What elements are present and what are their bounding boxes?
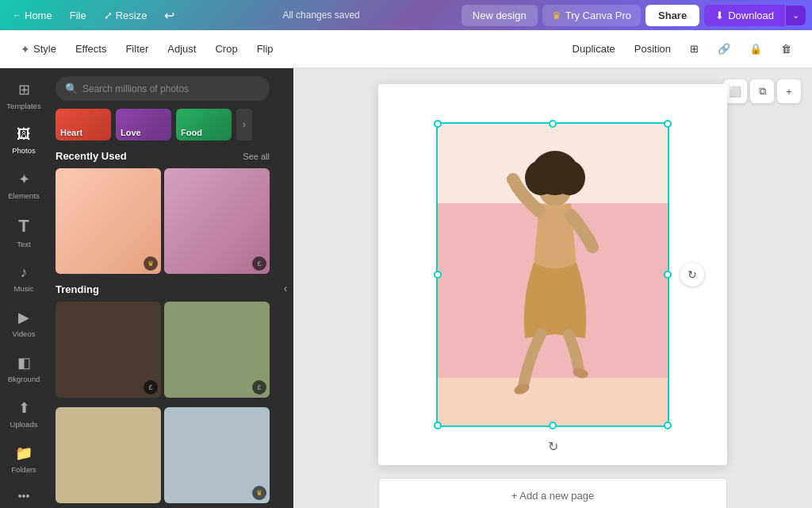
- delete-button[interactable]: 🗑: [773, 38, 799, 60]
- category-chips-row: Heart Love Food ›: [56, 109, 270, 140]
- handle-middle-right[interactable]: [664, 271, 672, 279]
- file-button[interactable]: File: [63, 6, 93, 25]
- recently-used-title: Recently Used: [56, 150, 127, 162]
- trending-grid-1: £ £: [56, 302, 270, 398]
- trend-photo-2[interactable]: £: [164, 302, 270, 398]
- sidebar-item-text[interactable]: T Text: [3, 210, 44, 255]
- trend-photo-1[interactable]: £: [56, 302, 161, 398]
- recent-photo-2[interactable]: £: [164, 168, 270, 274]
- sidebar-item-photos[interactable]: 🖼 Photos: [3, 120, 44, 161]
- download-button[interactable]: ⬇ Download: [704, 5, 785, 26]
- chip-food[interactable]: Food: [176, 109, 232, 140]
- crop-button[interactable]: Crop: [207, 38, 245, 60]
- add-new-page-button[interactable]: + Add a new page: [378, 478, 727, 508]
- hide-panel-button[interactable]: ‹: [278, 68, 293, 508]
- crop-label: Crop: [215, 43, 237, 55]
- download-options-button[interactable]: ⌄: [785, 6, 806, 25]
- search-icon: 🔍: [65, 83, 78, 94]
- crown-badge-1: ♛: [144, 256, 158, 271]
- handle-middle-left[interactable]: [434, 271, 442, 279]
- duplicate-label: Duplicate: [573, 43, 615, 55]
- handle-bottom-center[interactable]: [549, 421, 557, 429]
- download-label: Download: [728, 10, 774, 21]
- templates-icon: ⊞: [18, 81, 30, 98]
- add-icon: +: [786, 86, 792, 98]
- link-button[interactable]: 🔗: [710, 38, 738, 60]
- top-navigation: ← Home File ⤢ Resize ↩ All changes saved…: [0, 0, 812, 30]
- recent-photo-1[interactable]: ♛: [56, 168, 161, 274]
- chip-heart[interactable]: Heart: [56, 109, 111, 140]
- elements-label: Elements: [8, 191, 40, 200]
- handle-top-center[interactable]: [549, 120, 557, 128]
- photos-panel: 🔍 Heart Love Food › Recently Used See al…: [48, 68, 278, 508]
- chevron-down-icon: ⌄: [792, 10, 799, 20]
- uploads-label: Uploads: [10, 420, 38, 429]
- share-button[interactable]: Share: [645, 5, 699, 26]
- effects-label: Effects: [75, 43, 107, 55]
- sidebar-item-folders[interactable]: 📁 Folders: [3, 438, 44, 480]
- home-button[interactable]: ← Home: [6, 6, 59, 25]
- position-button[interactable]: Position: [626, 38, 679, 60]
- adjust-button[interactable]: Adjust: [159, 38, 204, 60]
- recently-used-see-all[interactable]: See all: [243, 152, 270, 161]
- background-label: Bkground: [8, 375, 40, 383]
- templates-label: Templates: [6, 102, 40, 110]
- e-badge-t1: £: [144, 380, 158, 394]
- grid-button[interactable]: ⊞: [682, 38, 707, 60]
- lock-icon: 🔒: [749, 43, 762, 55]
- sidebar-item-templates[interactable]: ⊞ Templates: [3, 75, 44, 117]
- add-button[interactable]: +: [777, 79, 801, 103]
- sidebar-item-music[interactable]: ♪ Music: [3, 258, 44, 299]
- sidebar-item-background[interactable]: ◧ Bkground: [3, 348, 44, 390]
- resize-icon: ⤢: [104, 10, 113, 21]
- secondary-toolbar: ✦ Style Effects Filter Adjust Crop Flip …: [0, 30, 812, 68]
- sidebar-item-more[interactable]: ••• More: [3, 483, 44, 508]
- rotate-handle-bottom[interactable]: ↻: [548, 439, 558, 454]
- chip-heart-label: Heart: [60, 128, 82, 137]
- e-badge-2: £: [252, 256, 266, 271]
- sidebar-item-uploads[interactable]: ⬆ Uploads: [3, 393, 44, 435]
- lock-button[interactable]: 🔒: [741, 38, 770, 60]
- search-input[interactable]: [82, 83, 260, 94]
- duplicate-button[interactable]: Duplicate: [565, 38, 623, 60]
- flip-button[interactable]: Flip: [249, 38, 282, 60]
- search-bar[interactable]: 🔍: [56, 76, 270, 101]
- svg-rect-2: [438, 378, 668, 425]
- main-layout: ⊞ Templates 🖼 Photos ✦ Elements T Text ♪…: [0, 68, 812, 508]
- elements-icon: ✦: [18, 171, 30, 188]
- trend-photo-4[interactable]: ♛: [164, 407, 270, 503]
- handle-top-left[interactable]: [434, 120, 442, 128]
- chip-love[interactable]: Love: [116, 109, 171, 140]
- rotate-handle-right[interactable]: ↻: [680, 263, 704, 287]
- text-label: Text: [17, 240, 30, 248]
- svg-point-6: [553, 160, 585, 195]
- trending-grid-2: ♛: [56, 407, 270, 503]
- e-icon: £: [257, 260, 261, 267]
- effects-button[interactable]: Effects: [67, 38, 115, 60]
- canvas-page: ↻ ↻: [378, 84, 727, 465]
- trend-photo-3[interactable]: [56, 407, 161, 503]
- new-design-button[interactable]: New design: [462, 5, 538, 26]
- background-icon: ◧: [17, 354, 31, 371]
- resize-button[interactable]: ⤢ Resize: [98, 6, 154, 25]
- undo-button[interactable]: ↩: [158, 5, 181, 26]
- handle-top-right[interactable]: [664, 120, 672, 128]
- handle-bottom-left[interactable]: [434, 421, 442, 429]
- crown-icon: ♛: [147, 260, 154, 267]
- chips-next-button[interactable]: ›: [236, 109, 252, 140]
- recently-used-grid: ♛ £: [56, 168, 270, 274]
- sidebar-item-elements[interactable]: ✦ Elements: [3, 164, 44, 206]
- trash-icon: 🗑: [781, 43, 791, 55]
- resize-label: Resize: [116, 10, 147, 21]
- try-canva-pro-button[interactable]: ♛ Try Canva Pro: [542, 5, 641, 26]
- style-button[interactable]: ✦ Style: [13, 38, 64, 60]
- sidebar-item-videos[interactable]: ▶ Videos: [3, 302, 44, 344]
- frame-icon: ⬜: [729, 86, 741, 98]
- handle-bottom-right[interactable]: [664, 421, 672, 429]
- copy-button[interactable]: ⧉: [750, 79, 774, 103]
- flip-label: Flip: [257, 43, 274, 55]
- filter-button[interactable]: Filter: [117, 38, 156, 60]
- trending-title: Trending: [56, 283, 99, 295]
- sidebar-navigation: ⊞ Templates 🖼 Photos ✦ Elements T Text ♪…: [0, 68, 48, 508]
- selected-image[interactable]: ↻ ↻: [438, 124, 668, 425]
